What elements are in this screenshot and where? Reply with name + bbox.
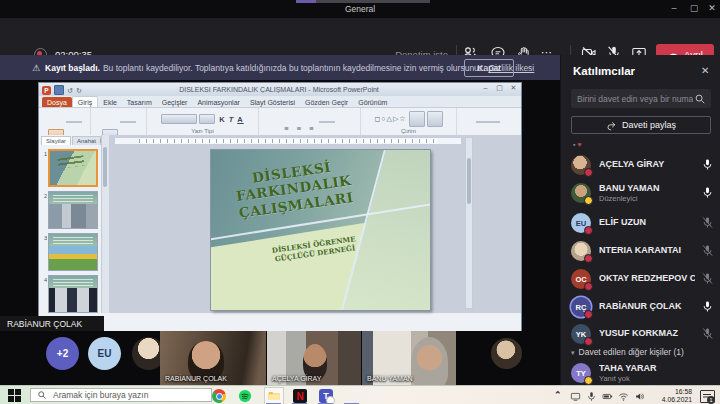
mic-on-icon[interactable]	[701, 158, 714, 171]
participant-row[interactable]: BANU YAMAN Düzenleyici	[561, 180, 720, 206]
banner-dismiss-button[interactable]: Kapat	[464, 59, 514, 77]
battery-icon[interactable]	[602, 391, 613, 402]
tray-mic-icon[interactable]	[586, 391, 597, 402]
participant-row[interactable]: RÇ RABİANUR ÇOLAK	[561, 294, 720, 320]
presence-away-dot	[584, 376, 593, 385]
ribbon-group-duzenleme: Düzenleme	[457, 108, 519, 135]
slide-thumbnail-4[interactable]	[48, 275, 98, 313]
shapes-gallery[interactable]: ◻○△▷☆	[374, 115, 406, 123]
mic-muted-icon[interactable]	[701, 327, 714, 340]
video-tile[interactable]: AÇELYA GİRAY	[267, 331, 361, 385]
teams-meeting-window: General – ▢ ✕ 02:00:35 Denetim iste ⋯ Ay…	[0, 0, 720, 404]
video-tile[interactable]: BANU YAMAN	[362, 331, 456, 385]
spotify-icon[interactable]	[238, 389, 252, 403]
video-tile[interactable]: RABİANUR ÇOLAK	[160, 331, 266, 385]
slide-subtitle: DİSLEKSİ ÖĞRENME GÜÇLÜĞÜ DERNEĞİ	[263, 233, 365, 265]
overflow-participants-badge[interactable]: +2	[46, 337, 79, 370]
mic-muted-icon[interactable]	[701, 216, 714, 229]
pane-tab-anahat[interactable]: Anahat	[72, 136, 101, 145]
tab-tasarim[interactable]: Tasarım	[122, 97, 157, 107]
start-button[interactable]	[8, 389, 21, 402]
mic-muted-icon[interactable]	[701, 272, 714, 285]
mic-on-icon[interactable]	[701, 300, 714, 313]
avatar	[571, 155, 591, 175]
font-name-select[interactable]	[161, 114, 197, 124]
shared-screen-stage: P ↺ ↻ DİSLEKSİ FARKINDALIK ÇALIŞMALARI -…	[0, 80, 560, 331]
tab-gecisler[interactable]: Geçişler	[157, 97, 193, 107]
presenter-name-label: RABİANUR ÇOLAK	[0, 316, 104, 331]
quick-access-toolbar: P ↺ ↻	[42, 85, 82, 95]
invited-section-header[interactable]: ▾Davet edilen diğer kişiler (1)	[571, 347, 684, 357]
avatar: OC	[571, 269, 591, 289]
redo-icon[interactable]: ↻	[76, 86, 82, 95]
underline-button[interactable]: A	[237, 115, 243, 124]
invite-status: Yanıt yok	[599, 374, 630, 383]
tab-animasyonlar[interactable]: Animasyonlar	[192, 97, 244, 107]
avatar: RÇ	[571, 297, 591, 317]
taskbar-search-input[interactable]	[51, 389, 211, 401]
slide-thumbnails-pane: Slaytlar Anahat ✕ 1 2 3	[39, 135, 109, 313]
ppt-close-icon[interactable]: ✕	[507, 84, 520, 92]
panel-close-icon[interactable]: ✕	[701, 65, 709, 76]
slide-thumbnail-1[interactable]	[48, 149, 98, 187]
red-app-icon[interactable]	[345, 389, 359, 403]
invite-search-input[interactable]	[571, 94, 693, 104]
font-size-select[interactable]	[199, 114, 215, 124]
participant-row[interactable]: EU ELİF UZUN	[561, 210, 720, 236]
participant-photo-avatar[interactable]	[491, 338, 522, 369]
tab-giris[interactable]: Giriş	[72, 96, 98, 107]
participant-name: YUSUF KORKMAZ	[599, 328, 695, 338]
participant-initials-avatar[interactable]: EU	[88, 337, 121, 370]
share-invite-icon	[606, 120, 617, 131]
ppt-maximize-icon[interactable]: ▢	[493, 84, 506, 92]
close-icon[interactable]: ✕	[704, 3, 720, 13]
wifi-icon[interactable]	[618, 391, 629, 402]
save-icon[interactable]	[54, 85, 64, 95]
thumb-text-band	[49, 276, 97, 288]
mini-badges: ▪ ♥	[573, 141, 582, 148]
chrome-icon[interactable]	[212, 389, 226, 403]
slide-thumbnail-3[interactable]	[48, 233, 98, 271]
tray-chevron-icon[interactable]: ⌃	[554, 390, 562, 400]
maximize-icon[interactable]: ▢	[686, 3, 702, 13]
slide-canvas[interactable]: DİSLEKSİ FARKINDALIK ÇALIŞMALARI DİSLEKS…	[210, 149, 431, 311]
bold-button[interactable]: K T A	[219, 115, 243, 124]
tab-dosya[interactable]: Dosya	[42, 97, 72, 107]
tab-ekle[interactable]: Ekle	[98, 97, 122, 107]
taskbar-search-field[interactable]	[30, 388, 212, 402]
slide-thumbnail-2[interactable]	[48, 191, 98, 229]
tab-gozden-gecir[interactable]: Gözden Geçir	[300, 97, 353, 107]
powerpoint-logo-icon[interactable]: P	[42, 86, 51, 95]
volume-icon[interactable]	[634, 391, 645, 402]
arrange-button[interactable]	[409, 111, 425, 127]
alignment-buttons[interactable]: ≡ ≡ ≡	[284, 124, 316, 133]
mic-on-icon[interactable]	[701, 186, 714, 199]
clock-date: 4.06.2021	[646, 396, 692, 404]
file-explorer-icon[interactable]	[267, 389, 281, 403]
netflix-icon[interactable]: N	[293, 389, 307, 403]
teams-icon[interactable]: T	[319, 389, 333, 403]
invited-participant-row[interactable]: TY TAHA YARAR Yanıt yok	[561, 360, 720, 386]
ribbon-group-yazi-tipi: K T A Yazı Tipi	[147, 108, 259, 135]
share-invite-button[interactable]: Daveti paylaş	[571, 116, 711, 134]
participant-name: BANU YAMAN	[599, 183, 695, 193]
participant-row[interactable]: YK YUSUF KORKMAZ	[561, 321, 720, 347]
quick-styles-button[interactable]	[427, 111, 443, 127]
vertical-scrollbar[interactable]	[465, 137, 473, 309]
italic-button[interactable]: T	[229, 115, 235, 124]
display-icon[interactable]	[570, 391, 581, 402]
avatar: TY	[571, 363, 591, 383]
ppt-minimize-icon[interactable]: –	[479, 84, 492, 91]
tab-slayt-gosterisi[interactable]: Slayt Gösterisi	[245, 97, 300, 107]
pane-scrollbar[interactable]	[101, 135, 109, 313]
participant-row[interactable]: OC OKTAY REDZHEPOV CHAUSH...	[561, 266, 720, 292]
pane-tab-slaytlar[interactable]: Slaytlar	[41, 136, 71, 145]
participant-row[interactable]: NTERIA KARANTAI	[561, 238, 720, 264]
invite-search-field[interactable]	[571, 89, 711, 108]
tab-gorunum[interactable]: Görünüm	[353, 97, 392, 107]
undo-icon[interactable]: ↺	[67, 86, 73, 95]
minimize-icon[interactable]: –	[666, 3, 682, 13]
taskbar-clock[interactable]: 16:58 4.06.2021	[646, 388, 692, 403]
participant-row[interactable]: AÇELYA GİRAY	[561, 152, 720, 178]
mic-muted-icon[interactable]	[701, 244, 714, 257]
